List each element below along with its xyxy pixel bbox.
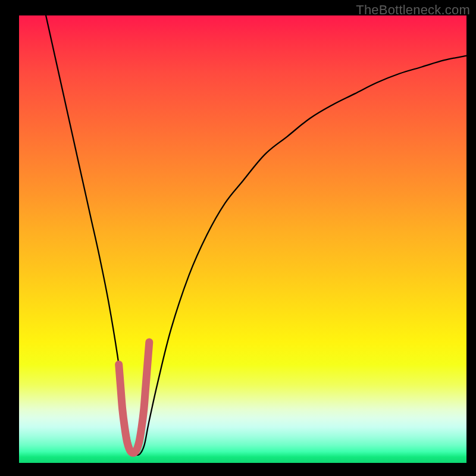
- curve-overlay: [19, 15, 466, 463]
- bottleneck-curve: [46, 15, 466, 455]
- gradient-plot-area: [19, 15, 466, 463]
- chart-frame: TheBottleneck.com: [0, 0, 476, 476]
- sweet-spot-marker: [119, 342, 149, 453]
